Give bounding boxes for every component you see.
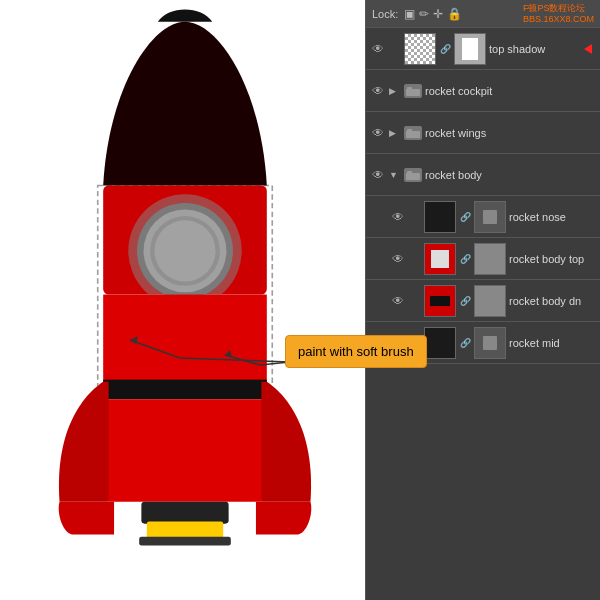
layer-mask-thumb-rocket-body-top [474, 243, 506, 275]
svg-rect-22 [406, 173, 420, 180]
lock-all-icon[interactable]: 🔒 [447, 7, 462, 21]
layer-row-rocket-body-dn[interactable]: 👁🔗rocket body dn [366, 280, 600, 322]
lock-icons: ▣ ✏ ✛ 🔒 [404, 7, 462, 21]
lock-move-icon[interactable]: ✛ [433, 7, 443, 21]
layer-thumb-rocket-body-top [424, 243, 456, 275]
link-icon-rocket-body-dn[interactable]: 🔗 [459, 294, 471, 308]
expand-arrow-rocket-wings[interactable]: ▶ [389, 128, 401, 138]
svg-point-6 [154, 220, 215, 281]
link-icon-rocket-body-top[interactable]: 🔗 [459, 252, 471, 266]
link-icon-rocket-mid[interactable]: 🔗 [459, 336, 471, 350]
eye-icon-rocket-wings[interactable]: 👁 [370, 125, 386, 141]
layer-thumb-rocket-body-dn [424, 285, 456, 317]
eye-icon-rocket-body[interactable]: 👁 [370, 167, 386, 183]
expand-arrow-rocket-body[interactable]: ▼ [389, 170, 401, 180]
rocket-illustration [0, 0, 370, 600]
link-icon-top-shadow[interactable]: 🔗 [439, 42, 451, 56]
lock-label: Lock: [372, 8, 398, 20]
eye-icon-rocket-body-dn[interactable]: 👁 [390, 293, 406, 309]
svg-rect-19 [407, 87, 412, 90]
svg-rect-21 [407, 129, 412, 132]
layer-name-rocket-body-dn: rocket body dn [509, 295, 596, 307]
annotation-tooltip: paint with soft brush [285, 335, 427, 368]
layer-row-rocket-body-top[interactable]: 👁🔗rocket body top [366, 238, 600, 280]
layer-mask-thumb-rocket-body-dn [474, 285, 506, 317]
layer-name-rocket-nose: rocket nose [509, 211, 596, 223]
layer-mask-thumb-rocket-nose [474, 201, 506, 233]
layer-thumb-rocket-mid [424, 327, 456, 359]
layer-name-rocket-wings: rocket wings [425, 127, 596, 139]
layer-name-rocket-body-top: rocket body top [509, 253, 596, 265]
group-icon-rocket-body [404, 168, 422, 182]
eye-icon-rocket-cockpit[interactable]: 👁 [370, 83, 386, 99]
layer-name-top-shadow: top shadow [489, 43, 596, 55]
panel-header: Lock: ▣ ✏ ✛ 🔒 F顿PS数程论坛 BBS.16XX8.COM [366, 0, 600, 28]
expand-arrow-rocket-cockpit[interactable]: ▶ [389, 86, 401, 96]
group-icon-rocket-cockpit [404, 84, 422, 98]
layer-row-top-shadow[interactable]: 👁🔗top shadow [366, 28, 600, 70]
layer-row-rocket-wings[interactable]: 👁▶rocket wings [366, 112, 600, 154]
svg-rect-7 [103, 295, 267, 382]
layer-mask-thumb-top-shadow [454, 33, 486, 65]
svg-rect-23 [407, 171, 412, 174]
panel-logo: F顿PS数程论坛 BBS.16XX8.COM [523, 3, 594, 25]
svg-rect-20 [406, 131, 420, 138]
layer-name-rocket-cockpit: rocket cockpit [425, 85, 596, 97]
svg-rect-11 [139, 537, 231, 546]
layers-panel: Lock: ▣ ✏ ✛ 🔒 F顿PS数程论坛 BBS.16XX8.COM 👁🔗t… [365, 0, 600, 600]
lock-paint-icon[interactable]: ✏ [419, 7, 429, 21]
layer-list: 👁🔗top shadow👁▶rocket cockpit👁▶rocket win… [366, 28, 600, 364]
eye-icon-top-shadow[interactable]: 👁 [370, 41, 386, 57]
layer-mask-thumb-rocket-mid [474, 327, 506, 359]
group-icon-rocket-wings [404, 126, 422, 140]
layer-row-rocket-nose[interactable]: 👁🔗rocket nose [366, 196, 600, 238]
red-arrow-indicator [584, 44, 592, 54]
layer-thumb-rocket-nose [424, 201, 456, 233]
link-icon-rocket-nose[interactable]: 🔗 [459, 210, 471, 224]
svg-rect-9 [141, 502, 228, 524]
layer-row-rocket-cockpit[interactable]: 👁▶rocket cockpit [366, 70, 600, 112]
annotation-text: paint with soft brush [298, 344, 414, 359]
svg-rect-10 [147, 521, 223, 538]
svg-rect-18 [406, 89, 420, 96]
layer-name-rocket-mid: rocket mid [509, 337, 596, 349]
layer-name-rocket-body: rocket body [425, 169, 596, 181]
svg-rect-8 [103, 380, 267, 400]
eye-icon-rocket-body-top[interactable]: 👁 [390, 251, 406, 267]
eye-icon-rocket-nose[interactable]: 👁 [390, 209, 406, 225]
layer-thumb-top-shadow [404, 33, 436, 65]
canvas-area: paint with soft brush [0, 0, 370, 600]
lock-transparency-icon[interactable]: ▣ [404, 7, 415, 21]
layer-row-rocket-body[interactable]: 👁▼rocket body [366, 154, 600, 196]
